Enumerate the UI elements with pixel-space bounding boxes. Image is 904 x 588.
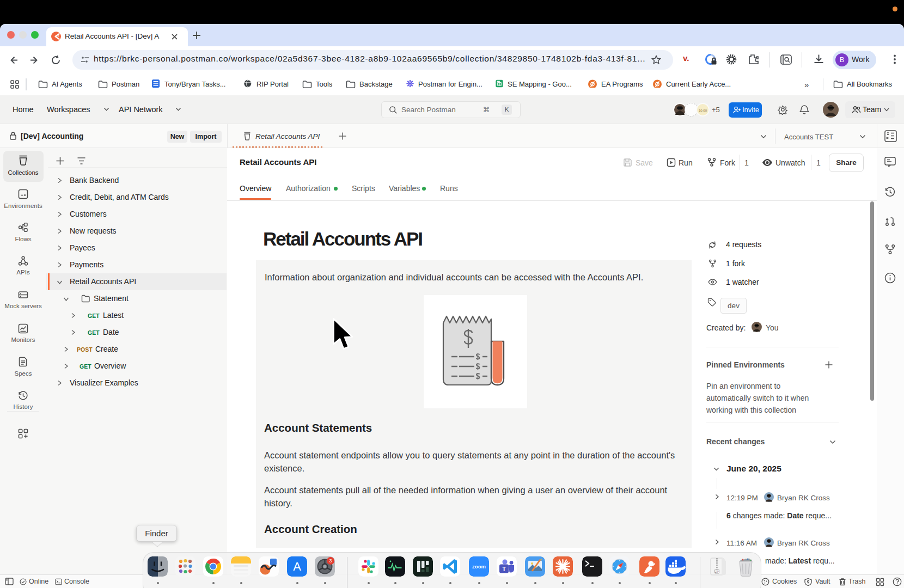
svg-text:T: T [502, 566, 506, 572]
svg-text:3: 3 [329, 558, 332, 564]
svg-text:A: A [293, 560, 301, 573]
svg-text:zoom: zoom [472, 564, 486, 569]
svg-text:ZIP: ZIP [715, 571, 719, 573]
